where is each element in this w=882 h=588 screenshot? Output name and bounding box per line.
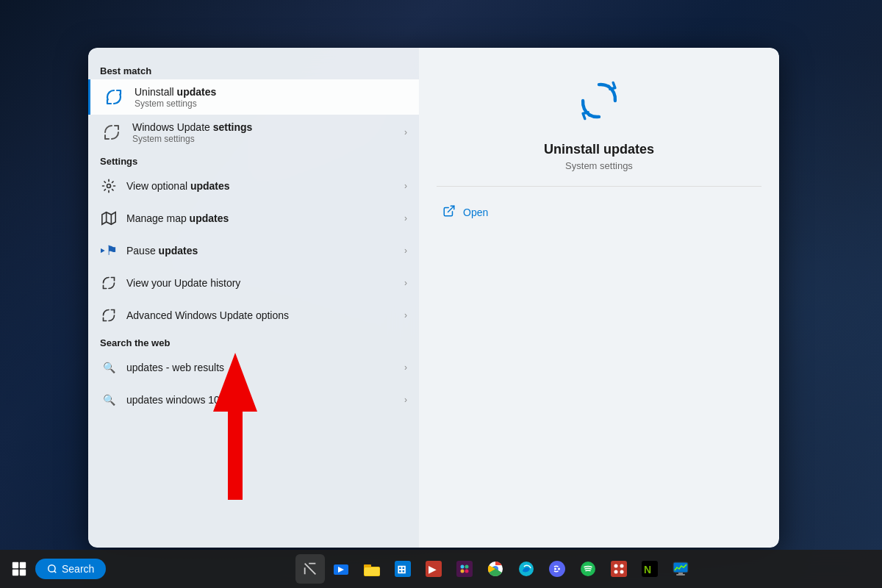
- preview-divider: [437, 186, 761, 187]
- web-item-updates-windows10[interactable]: 🔍 updates windows 10 ›: [88, 384, 419, 416]
- best-match-header: Best match: [88, 60, 419, 79]
- svg-rect-8: [12, 562, 18, 568]
- taskbar-icon-taskmanager[interactable]: [666, 554, 695, 584]
- pause-updates-icon: ⚑: [100, 242, 118, 259]
- svg-point-27: [465, 570, 469, 573]
- svg-rect-18: [365, 567, 379, 576]
- settings-header: Settings: [88, 150, 419, 170]
- svg-rect-10: [12, 570, 18, 576]
- view-update-history-text: View your Update history: [126, 277, 395, 289]
- search-web-header: Search the web: [88, 331, 419, 351]
- svg-rect-11: [20, 570, 26, 576]
- svg-point-0: [107, 184, 111, 188]
- svg-text:▶: ▶: [429, 563, 437, 575]
- manage-map-updates-chevron: ›: [404, 213, 407, 223]
- taskbar-icon-game[interactable]: ▶: [419, 554, 448, 584]
- svg-rect-44: [676, 574, 685, 576]
- search-results-panel: Best match Uninstall updates System sett…: [88, 48, 419, 548]
- taskbar-icon-chrome[interactable]: [481, 554, 510, 584]
- taskbar-search-label: Search: [62, 563, 94, 575]
- taskbar: Search ⊞: [0, 550, 882, 588]
- taskbar-icon-store[interactable]: ⊞: [388, 554, 417, 584]
- taskbar-icon-explorer[interactable]: [357, 554, 387, 584]
- settings-item-view-update-history[interactable]: View your Update history ›: [88, 267, 419, 299]
- svg-rect-43: [678, 573, 683, 574]
- web-search-icon-1: 🔍: [100, 359, 118, 376]
- svg-rect-31: [549, 561, 565, 577]
- preview-title: Uninstall updates: [544, 142, 654, 157]
- web-item-1-chevron: ›: [404, 362, 407, 373]
- svg-rect-4: [101, 249, 101, 253]
- svg-point-33: [558, 568, 560, 570]
- advanced-windows-update-chevron: ›: [404, 310, 407, 320]
- settings-item-view-optional-updates[interactable]: View optional updates ›: [88, 170, 419, 202]
- web-item-1-text: updates - web results: [126, 362, 395, 373]
- uninstall-updates-icon: [102, 85, 126, 109]
- result-uninstall-updates[interactable]: Uninstall updates System settings: [88, 79, 419, 115]
- view-optional-updates-text: View optional updates: [126, 180, 395, 192]
- view-update-history-icon: [100, 274, 118, 292]
- svg-line-6: [448, 206, 454, 212]
- web-search-icon-2: 🔍: [100, 391, 118, 409]
- preview-open-action[interactable]: Open: [437, 201, 761, 223]
- result-windows-update-settings[interactable]: Windows Update settings System settings …: [88, 115, 419, 150]
- uninstall-updates-text: Uninstall updates System settings: [135, 85, 407, 109]
- taskbar-icon-nvidia[interactable]: N: [635, 554, 664, 584]
- svg-point-25: [465, 565, 469, 569]
- start-button[interactable]: [6, 556, 32, 582]
- svg-point-24: [461, 565, 465, 569]
- preview-subtitle: System settings: [565, 160, 633, 171]
- advanced-windows-update-text: Advanced Windows Update options: [126, 309, 395, 321]
- windows-update-settings-title: Windows Update settings: [132, 121, 395, 134]
- manage-map-updates-text: Manage map updates: [126, 212, 395, 224]
- taskbar-icon-zoom[interactable]: [326, 554, 356, 584]
- svg-point-12: [49, 565, 55, 572]
- preview-panel: Uninstall updates System settings Open: [419, 48, 779, 548]
- taskbar-icon-cut[interactable]: [295, 554, 325, 584]
- taskbar-icon-discord[interactable]: [542, 554, 572, 584]
- web-item-2-text: updates windows 10: [126, 394, 395, 406]
- windows-update-settings-chevron: ›: [404, 127, 407, 137]
- svg-text:N: N: [644, 564, 651, 576]
- taskbar-icon-multimc[interactable]: [604, 554, 634, 584]
- svg-point-39: [620, 570, 624, 574]
- svg-rect-35: [611, 561, 627, 577]
- svg-point-32: [554, 568, 556, 570]
- preview-app-icon: [570, 71, 628, 130]
- svg-rect-23: [456, 561, 473, 577]
- view-optional-updates-chevron: ›: [404, 181, 407, 191]
- settings-item-manage-map-updates[interactable]: Manage map updates ›: [88, 202, 419, 234]
- pause-updates-chevron: ›: [404, 245, 407, 256]
- web-item-updates-results[interactable]: 🔍 updates - web results ›: [88, 351, 419, 384]
- svg-rect-9: [20, 562, 26, 568]
- taskbar-icon-spotify[interactable]: [573, 554, 603, 584]
- windows-update-settings-icon: [100, 121, 123, 144]
- web-item-2-chevron: ›: [404, 395, 407, 405]
- uninstall-updates-subtitle: System settings: [135, 98, 407, 109]
- taskbar-app-icons: ⊞ ▶: [115, 554, 876, 584]
- start-menu: Best match Uninstall updates System sett…: [88, 48, 779, 548]
- taskbar-icon-edge[interactable]: [512, 554, 541, 584]
- svg-marker-1: [102, 212, 115, 225]
- settings-item-advanced-windows-update[interactable]: Advanced Windows Update options ›: [88, 299, 419, 331]
- view-optional-updates-icon: [100, 177, 118, 195]
- view-update-history-chevron: ›: [404, 278, 407, 288]
- pause-updates-text: Pause updates: [126, 245, 395, 257]
- settings-item-pause-updates[interactable]: ⚑ Pause updates ›: [88, 234, 419, 267]
- windows-update-settings-text: Windows Update settings System settings: [132, 121, 395, 144]
- svg-point-26: [461, 570, 465, 573]
- taskbar-search-button[interactable]: Search: [35, 559, 106, 579]
- svg-point-37: [620, 564, 624, 568]
- uninstall-updates-title: Uninstall updates: [135, 85, 407, 98]
- taskbar-icon-slack[interactable]: [450, 554, 479, 584]
- windows-update-settings-subtitle: System settings: [132, 134, 395, 144]
- svg-text:⊞: ⊞: [397, 563, 406, 576]
- svg-point-36: [614, 564, 618, 568]
- svg-line-13: [54, 571, 57, 573]
- manage-map-updates-icon: [100, 209, 118, 227]
- preview-open-label: Open: [463, 207, 488, 218]
- svg-point-38: [614, 570, 618, 574]
- open-external-link-icon: [442, 204, 456, 220]
- advanced-windows-update-icon: [100, 306, 118, 324]
